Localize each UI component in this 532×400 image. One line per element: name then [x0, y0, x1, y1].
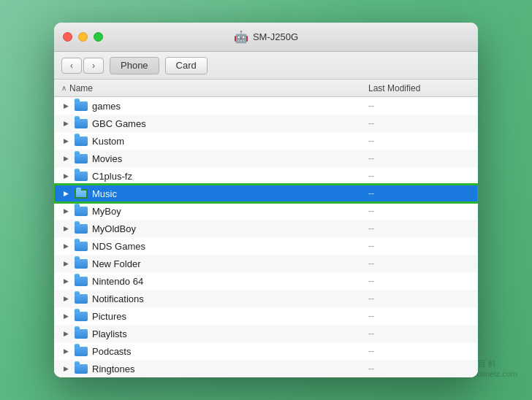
file-name: New Folder: [92, 258, 140, 269]
table-row[interactable]: ▶ Nintendo 64 --: [54, 272, 478, 290]
folder-icon: [75, 241, 88, 251]
folder-shape: [75, 172, 88, 181]
folder-shape: [75, 207, 88, 216]
file-name: C1plus-fz: [92, 171, 132, 182]
table-row[interactable]: ▶ New Folder --: [54, 255, 478, 272]
folder-shape: [75, 364, 88, 374]
file-name: MyBoy: [92, 206, 121, 217]
folder-icon: [75, 171, 88, 181]
file-modified: --: [368, 136, 471, 146]
table-row[interactable]: ▶ NDS Games --: [54, 237, 478, 255]
table-row[interactable]: ▶ Kustom --: [54, 132, 478, 150]
table-row[interactable]: ▶ Notifications --: [54, 290, 478, 307]
name-column-header[interactable]: ∧ Name: [61, 83, 368, 93]
file-name: Kustom: [92, 136, 124, 147]
finder-window: 🤖 SM-J250G ‹ › Phone Card ∧ Name Last Mo…: [54, 23, 478, 377]
folder-icon: [75, 223, 88, 234]
folder-shape: [75, 136, 88, 146]
sort-arrow-icon: ∧: [61, 84, 66, 92]
expand-arrow-icon: ▶: [61, 224, 70, 233]
file-modified: --: [368, 346, 471, 356]
tab-card[interactable]: Card: [165, 57, 208, 74]
file-modified: --: [368, 258, 471, 269]
folder-icon: [75, 153, 88, 164]
file-modified: --: [368, 311, 471, 321]
file-row-name: ▶ Notifications: [61, 293, 368, 304]
file-list: ▶ games -- ▶ GBC Games -- ▶ Kustom -- ▶: [54, 97, 478, 377]
folder-icon: [75, 328, 88, 339]
folder-shape: [75, 277, 88, 286]
table-row[interactable]: ▶ Music --: [54, 185, 478, 202]
file-row-name: ▶ Pictures: [61, 311, 368, 322]
file-name: Pictures: [92, 311, 126, 322]
file-row-name: ▶ New Folder: [61, 258, 368, 269]
window-title: SM-J250G: [253, 31, 298, 42]
expand-arrow-icon: ▶: [61, 172, 70, 180]
titlebar: 🤖 SM-J250G: [54, 23, 478, 52]
file-modified: --: [368, 171, 471, 181]
forward-button[interactable]: ›: [83, 58, 104, 74]
table-row[interactable]: ▶ Pictures --: [54, 307, 478, 325]
name-label: Name: [69, 83, 93, 93]
expand-arrow-icon: ▶: [61, 347, 70, 355]
table-row[interactable]: ▶ games --: [54, 97, 478, 115]
expand-arrow-icon: ▶: [61, 136, 70, 145]
expand-arrow-icon: ▶: [61, 154, 70, 163]
file-name: MyOldBoy: [92, 223, 136, 234]
file-name: Notifications: [92, 293, 144, 304]
folder-shape: [75, 224, 88, 234]
folder-icon: [75, 293, 88, 304]
file-row-name: ▶ Music: [61, 188, 368, 199]
toolbar: ‹ › Phone Card: [54, 52, 478, 80]
file-modified: --: [368, 188, 471, 199]
file-modified: --: [368, 118, 471, 128]
file-name: Ringtones: [92, 364, 135, 374]
file-row-name: ▶ Ringtones: [61, 364, 368, 374]
file-modified: --: [368, 364, 471, 374]
file-row-name: ▶ GBC Games: [61, 118, 368, 129]
file-row-name: ▶ MyOldBoy: [61, 223, 368, 234]
folder-shape: [75, 259, 88, 269]
folder-icon: [75, 136, 88, 146]
folder-shape: [75, 189, 88, 199]
folder-icon: [75, 101, 88, 111]
table-row[interactable]: ▶ C1plus-fz --: [54, 167, 478, 185]
maximize-button[interactable]: [94, 32, 103, 42]
file-modified: --: [368, 153, 471, 164]
folder-icon: [75, 258, 88, 269]
file-modified: --: [368, 101, 471, 111]
expand-arrow-icon: ▶: [61, 259, 70, 268]
file-modified: --: [368, 328, 471, 339]
expand-arrow-icon: ▶: [61, 101, 70, 110]
folder-icon: [75, 188, 88, 199]
file-name: Playlists: [92, 328, 127, 339]
expand-arrow-icon: ▶: [61, 294, 70, 303]
table-row[interactable]: ▶ GBC Games --: [54, 115, 478, 132]
table-row[interactable]: ▶ Podcasts --: [54, 342, 478, 360]
file-name: Podcasts: [92, 346, 131, 357]
file-name: games: [92, 101, 121, 112]
table-row[interactable]: ▶ Playlists --: [54, 325, 478, 342]
tab-phone[interactable]: Phone: [110, 57, 159, 74]
traffic-lights: [63, 32, 103, 42]
file-row-name: ▶ Nintendo 64: [61, 276, 368, 287]
expand-arrow-icon: ▶: [61, 329, 70, 338]
folder-shape: [75, 294, 88, 304]
expand-arrow-icon: ▶: [61, 364, 70, 373]
expand-arrow-icon: ▶: [61, 242, 70, 250]
back-button[interactable]: ‹: [61, 58, 82, 74]
folder-shape: [75, 329, 88, 339]
folder-shape: [75, 154, 88, 164]
table-row[interactable]: ▶ Ringtones --: [54, 360, 478, 377]
close-button[interactable]: [63, 32, 72, 42]
table-row[interactable]: ▶ MyOldBoy --: [54, 220, 478, 237]
file-name: Music: [92, 188, 117, 199]
folder-icon: [75, 206, 88, 216]
table-row[interactable]: ▶ Movies --: [54, 150, 478, 167]
modified-column-header[interactable]: Last Modified: [368, 83, 471, 93]
file-name: Movies: [92, 153, 122, 164]
table-row[interactable]: ▶ MyBoy --: [54, 202, 478, 220]
folder-icon: [75, 311, 88, 321]
file-row-name: ▶ C1plus-fz: [61, 171, 368, 182]
minimize-button[interactable]: [78, 32, 88, 42]
